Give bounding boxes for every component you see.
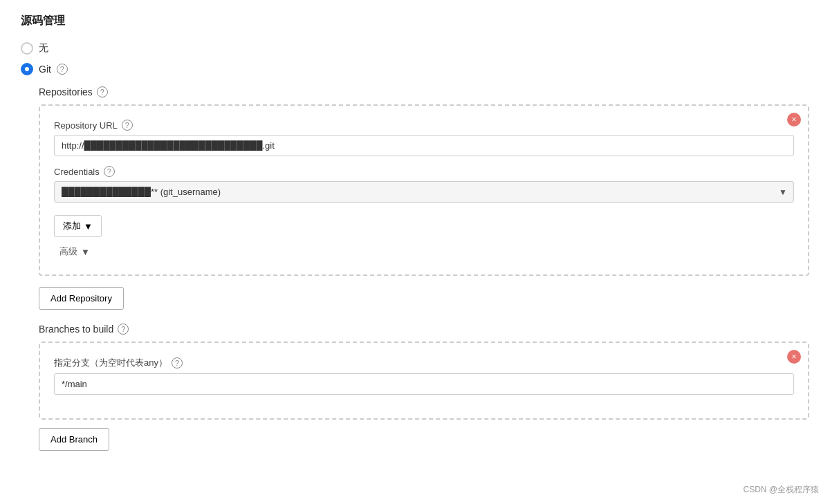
branch-specifier-field-group: 指定分支（为空时代表any） ?: [54, 357, 794, 395]
branch-card: × 指定分支（为空时代表any） ?: [39, 342, 809, 420]
radio-none[interactable]: [21, 42, 33, 55]
remove-repository-button[interactable]: ×: [787, 113, 801, 127]
add-repository-label: Add Repository: [50, 293, 112, 304]
repository-card: × Repository URL ? Credentials ? ██████: [39, 104, 809, 276]
scm-option-git[interactable]: Git ?: [21, 63, 809, 75]
close-icon: ×: [791, 115, 796, 124]
advanced-chevron-icon: ▼: [81, 247, 90, 257]
remove-branch-button[interactable]: ×: [787, 350, 801, 364]
dropdown-arrow-icon: ▼: [84, 221, 93, 232]
add-branch-button[interactable]: Add Branch: [39, 428, 109, 451]
page-title: 源码管理: [21, 14, 809, 28]
radio-none-label: 无: [39, 42, 48, 55]
git-section: Repositories ? × Repository URL ? Creden…: [39, 86, 809, 451]
repo-url-field-group: Repository URL ?: [54, 120, 794, 156]
add-credential-container: 添加 ▼: [54, 212, 794, 237]
repo-url-help-icon[interactable]: ?: [122, 120, 133, 131]
repo-url-input[interactable]: [54, 135, 794, 156]
close-branch-icon: ×: [791, 353, 796, 361]
repositories-label-container: Repositories ?: [39, 86, 809, 97]
branches-label-container: Branches to build ?: [39, 324, 809, 335]
branch-specifier-label-container: 指定分支（为空时代表any） ?: [54, 357, 794, 369]
advanced-button[interactable]: 高级 ▼: [54, 243, 95, 261]
radio-git[interactable]: [21, 63, 33, 75]
add-credential-button[interactable]: 添加 ▼: [54, 215, 102, 237]
radio-git-label: Git: [39, 64, 51, 75]
repositories-section: Repositories ? × Repository URL ? Creden…: [39, 86, 809, 276]
branches-section: Branches to build ? × 指定分支（为空时代表any） ? A…: [39, 324, 809, 451]
add-branch-label: Add Branch: [50, 434, 98, 445]
repositories-label: Repositories: [39, 86, 93, 97]
advanced-container: 高级 ▼: [54, 237, 794, 261]
git-help-icon[interactable]: ?: [57, 64, 68, 75]
branches-help-icon[interactable]: ?: [118, 324, 129, 335]
scm-option-none[interactable]: 无: [21, 42, 809, 55]
scm-options: 无 Git ?: [21, 42, 809, 75]
repo-url-label: Repository URL: [54, 120, 118, 131]
advanced-label: 高级: [59, 245, 77, 258]
branches-label: Branches to build: [39, 324, 113, 335]
repositories-help-icon[interactable]: ?: [97, 86, 108, 97]
credentials-select-wrapper: ██████████████** (git_username) ▼: [54, 181, 794, 203]
credentials-field-group: Credentials ? ██████████████** (git_user…: [54, 166, 794, 203]
add-credential-label: 添加: [63, 220, 81, 232]
credentials-help-icon[interactable]: ?: [104, 166, 115, 177]
branch-specifier-label: 指定分支（为空时代表any）: [54, 357, 167, 369]
repo-url-label-container: Repository URL ?: [54, 120, 794, 131]
branch-specifier-input[interactable]: [54, 373, 794, 395]
credentials-label-container: Credentials ?: [54, 166, 794, 177]
add-repository-button[interactable]: Add Repository: [39, 287, 124, 310]
credentials-label: Credentials: [54, 167, 100, 177]
credentials-select[interactable]: ██████████████** (git_username): [54, 181, 794, 203]
branch-specifier-help-icon[interactable]: ?: [172, 357, 183, 368]
